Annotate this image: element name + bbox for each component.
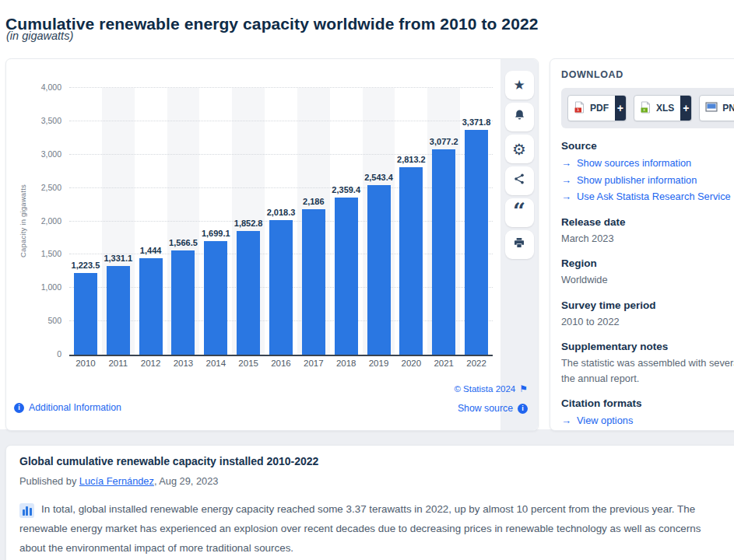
xls-file-icon: x — [640, 101, 651, 116]
section-value: Worldwide — [561, 273, 734, 288]
download-pdf-button[interactable]: λPDF+ — [567, 95, 627, 121]
bar-2021[interactable]: 3,077.2 — [432, 149, 455, 355]
download-format-label: PNG — [722, 103, 734, 114]
sidebar-section: Citation formats→View options — [561, 397, 734, 429]
statista-copyright: © Statista 2024 ⚑ — [454, 383, 528, 394]
bar-value-label: 2,018.3 — [267, 208, 296, 217]
section-value: 2010 to 2022 — [561, 315, 734, 330]
download-buttons: λPDF+xXLS+PNG+ — [561, 88, 734, 128]
bar-2011[interactable]: 1,331.1 — [107, 266, 130, 355]
bar-2020[interactable]: 2,813.2 — [399, 167, 423, 355]
bar-2019[interactable]: 2,543.4 — [367, 185, 391, 355]
info-icon: i — [14, 403, 24, 413]
show-source-link[interactable]: Show source i — [458, 403, 528, 414]
gridline — [69, 87, 493, 88]
author-link[interactable]: Lucía Fernández — [79, 475, 154, 487]
pdf-file-icon: λ — [574, 101, 585, 116]
section-heading: Citation formats — [561, 397, 734, 409]
sidebar-section: Release dateMarch 2023 — [561, 216, 734, 247]
bar-value-label: 3,371.8 — [462, 117, 491, 127]
sidebar-sections: Source→Show sources information→Show pub… — [561, 140, 734, 429]
bar-chart-plot: 1,223.51,331.11,4441,566.51,699.11,852.8… — [69, 88, 493, 356]
section-value-line: The statistic was assembled with several — [561, 356, 734, 371]
plus-icon[interactable]: + — [615, 96, 626, 121]
bar-2022[interactable]: 3,371.8 — [465, 130, 488, 355]
arrow-right-icon: → — [561, 189, 571, 205]
bar-value-label: 1,444 — [140, 246, 162, 255]
arrow-right-icon: → — [561, 156, 571, 171]
chart-card: Capacity in gigawatts 05001,0001,5002,00… — [5, 58, 539, 431]
gridline — [69, 187, 493, 188]
bar-value-label: 1,331.1 — [104, 254, 132, 263]
notification-bell-button[interactable] — [505, 103, 534, 131]
cite-quote-button[interactable]: “ — [505, 198, 534, 227]
article-card: Global cumulative renewable capacity ins… — [5, 445, 734, 560]
x-tick-label: 2014 — [199, 359, 232, 371]
section-value: March 2023 — [561, 232, 734, 247]
favorite-star-button[interactable]: ★ — [505, 71, 534, 100]
x-tick-label: 2021 — [427, 359, 460, 371]
gridline — [69, 154, 493, 155]
published-line: Published by Lucía Fernández, Aug 29, 20… — [19, 475, 734, 487]
settings-gear-icon: ⚙ — [512, 140, 526, 159]
gridline — [69, 121, 493, 121]
additional-information-link[interactable]: i Additional Information — [14, 402, 121, 413]
bar-value-label: 1,699.1 — [202, 229, 230, 238]
sidebar-link-label: Show sources information — [577, 156, 691, 170]
bar-2014[interactable]: 1,699.1 — [204, 241, 227, 355]
x-tick-label: 2015 — [232, 359, 265, 371]
sidebar-section: Source→Show sources information→Show pub… — [561, 140, 734, 205]
sidebar-link[interactable]: →Use Ask Statista Research Service — [561, 189, 734, 205]
share-button[interactable] — [505, 166, 534, 195]
x-tick-label: 2018 — [330, 359, 363, 371]
y-axis-ticks: 05001,0001,5002,0002,5003,0003,5004,000 — [6, 88, 61, 355]
sidebar-section: RegionWorldwide — [561, 257, 734, 288]
section-heading: Survey time period — [561, 299, 734, 311]
bar-2017[interactable]: 2,186 — [302, 209, 325, 355]
download-xls-button[interactable]: xXLS+ — [634, 95, 692, 121]
section-heading: Release date — [561, 216, 734, 228]
x-tick-label: 2010 — [69, 359, 102, 371]
section-value-line: the annual report. — [561, 372, 734, 387]
bar-2013[interactable]: 1,566.5 — [171, 250, 195, 355]
sidebar-link[interactable]: →View options — [561, 413, 734, 429]
bar-chart-icon — [19, 503, 34, 518]
bar-2010[interactable]: 1,223.5 — [74, 273, 97, 355]
print-icon — [513, 236, 525, 253]
settings-gear-button[interactable]: ⚙ — [505, 135, 534, 163]
sidebar-link[interactable]: →Show sources information — [561, 156, 734, 171]
sidebar-section: Supplementary notesThe statistic was ass… — [561, 341, 734, 386]
sidebar-link-label: View options — [577, 413, 633, 428]
notification-bell-icon — [513, 109, 526, 126]
x-tick-label: 2012 — [135, 359, 167, 371]
arrow-right-icon: → — [561, 173, 571, 188]
page-title: Cumulative renewable energy capacity wor… — [5, 15, 539, 33]
cite-quote-icon: “ — [513, 208, 525, 219]
bar-value-label: 1,852.8 — [234, 219, 263, 228]
sidebar-card: DOWNLOAD λPDF+xXLS+PNG+ Source→Show sour… — [550, 58, 734, 431]
bar-value-label: 2,359.4 — [332, 185, 360, 194]
x-tick-label: 2022 — [460, 359, 493, 371]
print-button[interactable] — [505, 230, 534, 259]
published-suffix: , Aug 29, 2023 — [154, 475, 219, 487]
sidebar-link[interactable]: →Show publisher information — [561, 173, 734, 188]
y-tick-label: 1,000 — [6, 282, 61, 292]
download-png-button[interactable]: PNG+ — [699, 95, 734, 121]
svg-text:λ: λ — [577, 107, 579, 112]
download-format-label: XLS — [656, 103, 674, 114]
section-heading: Source — [561, 140, 734, 152]
bar-2015[interactable]: 1,852.8 — [237, 231, 260, 355]
bar-2016[interactable]: 2,018.3 — [269, 220, 293, 355]
show-source-label: Show source — [458, 403, 513, 414]
y-tick-label: 500 — [6, 316, 61, 325]
bar-2018[interactable]: 2,359.4 — [335, 198, 358, 355]
download-format-label: PDF — [590, 103, 609, 114]
favorite-star-icon: ★ — [513, 77, 525, 93]
info-icon: i — [518, 404, 528, 414]
plus-icon[interactable]: + — [680, 96, 691, 121]
bar-2012[interactable]: 1,444 — [139, 258, 163, 355]
chart-toolbar: ★⚙“ — [500, 59, 538, 430]
y-tick-label: 2,000 — [6, 216, 61, 226]
article-body: In total, global installed renewable ene… — [19, 500, 722, 558]
png-image-icon — [705, 101, 718, 115]
